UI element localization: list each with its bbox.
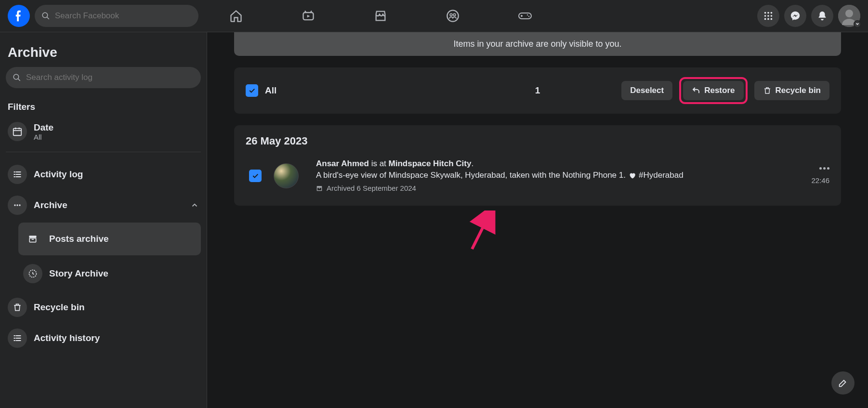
nav-posts-archive[interactable]: Posts archive (18, 223, 201, 255)
post-location: Mindspace Hitch City (389, 159, 472, 168)
trash-icon (8, 298, 27, 317)
post-time: 22:46 (811, 176, 829, 184)
archive-icon (316, 185, 323, 192)
restore-highlight: Restore (679, 77, 747, 104)
svg-point-15 (764, 18, 766, 20)
svg-point-23 (14, 204, 15, 206)
menu-button[interactable] (757, 5, 779, 27)
compose-fab[interactable] (831, 371, 855, 395)
svg-point-17 (771, 18, 773, 20)
nav-recycle-bin[interactable]: Recycle bin (6, 292, 201, 323)
sidebar-search[interactable] (6, 67, 201, 88)
svg-line-1 (47, 17, 49, 19)
post-thumbnail[interactable] (274, 163, 299, 188)
right-icons (757, 5, 860, 27)
check-icon (251, 172, 259, 180)
select-all-label: All (265, 85, 276, 96)
sidebar-search-input[interactable] (26, 73, 194, 82)
search-icon (13, 73, 21, 82)
post-connector: is at (369, 159, 389, 168)
svg-point-5 (453, 13, 456, 16)
nav-activity-log-label: Activity log (34, 169, 83, 180)
info-banner: Items in your archive are only visible t… (234, 32, 841, 56)
filter-date-label: Date (34, 122, 53, 133)
trash-icon (763, 86, 772, 95)
deselect-button[interactable]: Deselect (621, 81, 672, 100)
global-search[interactable] (35, 5, 198, 27)
gaming-icon (518, 10, 532, 22)
nav-activity-history[interactable]: Activity history (6, 323, 201, 354)
heart-icon (629, 172, 636, 179)
nav-activity-history-label: Activity history (34, 333, 100, 343)
marketplace-icon (374, 9, 387, 23)
svg-point-24 (16, 204, 18, 206)
svg-point-20 (13, 74, 19, 79)
svg-point-9 (764, 12, 766, 14)
svg-point-12 (764, 15, 766, 17)
home-icon (229, 9, 243, 23)
post-punct: . (471, 159, 473, 168)
post-description: A bird's-eye view of Mindspace Skywalk, … (316, 171, 802, 180)
post-title: Ansar Ahmed is at Mindspace Hitch City. (316, 159, 802, 169)
sidebar-title: Archive (6, 38, 201, 67)
svg-rect-29 (317, 186, 322, 187)
nav-activity-log[interactable]: Activity log (6, 159, 201, 190)
facebook-logo[interactable] (8, 5, 30, 27)
groups-icon (446, 9, 460, 23)
filter-date-value: All (34, 133, 53, 141)
bell-icon (817, 11, 828, 21)
messenger-icon (790, 11, 801, 21)
notifications-button[interactable] (811, 5, 833, 27)
post-author: Ansar Ahmed (316, 159, 369, 168)
svg-point-16 (767, 18, 769, 20)
chevron-up-icon (190, 201, 199, 210)
nav-groups[interactable] (443, 6, 462, 26)
select-all-checkbox[interactable] (246, 84, 258, 97)
main-content: Items in your archive are only visible t… (207, 32, 868, 408)
date-group: 26 May 2023 Ansar Ahmed is at Mindspace … (234, 125, 841, 206)
list-icon (8, 329, 27, 348)
history-icon (23, 264, 42, 283)
svg-point-25 (19, 204, 20, 206)
svg-rect-22 (13, 129, 22, 136)
profile-avatar[interactable] (838, 5, 860, 27)
svg-rect-27 (29, 238, 36, 242)
restore-label: Restore (704, 86, 735, 95)
nav-home[interactable] (226, 6, 246, 26)
recycle-bin-button[interactable]: Recycle bin (754, 81, 830, 100)
svg-rect-26 (29, 236, 37, 237)
filter-date[interactable]: Date All (6, 118, 201, 145)
nav-recycle-bin-label: Recycle bin (34, 302, 85, 313)
svg-point-3 (447, 10, 458, 21)
sidebar: Archive Filters Date All Activity log (0, 32, 207, 408)
nav-story-archive[interactable]: Story Archive (18, 257, 201, 290)
nav-gaming[interactable] (515, 6, 535, 26)
nav-archive[interactable]: Archive (6, 190, 201, 221)
messenger-button[interactable] (784, 5, 806, 27)
archive-box-icon (23, 229, 42, 249)
more-icon (8, 196, 27, 215)
item-more-button[interactable] (819, 167, 829, 170)
nav-video[interactable] (299, 6, 318, 26)
svg-point-19 (845, 10, 853, 17)
nav-marketplace[interactable] (371, 6, 390, 26)
svg-point-11 (771, 12, 773, 14)
nav-story-archive-label: Story Archive (49, 268, 108, 279)
edit-icon (838, 378, 848, 388)
item-checkbox[interactable] (249, 170, 262, 182)
facebook-icon (12, 9, 26, 23)
global-search-input[interactable] (55, 11, 192, 21)
archived-label: Archived 6 September 2024 (327, 184, 416, 192)
svg-point-14 (771, 15, 773, 17)
undo-icon (692, 86, 700, 95)
list-icon (8, 165, 27, 184)
restore-button[interactable]: Restore (683, 81, 743, 100)
action-bar: All 1 Deselect Restore Recycle bin (234, 67, 841, 114)
date-heading: 26 May 2023 (246, 135, 829, 147)
annotation-arrow (467, 211, 496, 254)
svg-point-7 (527, 14, 528, 15)
center-nav (226, 6, 535, 26)
check-icon (248, 87, 256, 94)
svg-point-8 (528, 16, 529, 17)
svg-rect-6 (519, 13, 531, 19)
